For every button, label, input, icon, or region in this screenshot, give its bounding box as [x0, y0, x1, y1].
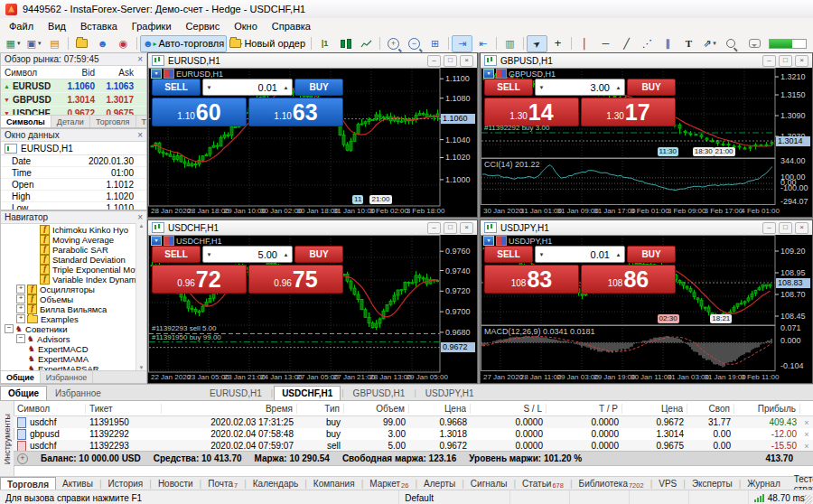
navigator-toggle[interactable]: ☻ — [92, 35, 113, 52]
volume-down-icon[interactable]: ▼ — [536, 85, 547, 90]
candles-chart[interactable] — [335, 35, 356, 52]
depth-of-market-icon[interactable] — [164, 236, 174, 246]
column-header-S / L[interactable]: S / L — [471, 404, 547, 414]
buy-price-button[interactable]: 1.1063 — [248, 98, 343, 126]
navigator-item-Examples[interactable]: +Examples — [1, 314, 136, 323]
toolbox-side-tab[interactable]: Инструменты — [0, 401, 14, 477]
bottom-tab-Статьи[interactable]: Статьи678 — [516, 477, 570, 490]
close-icon[interactable]: × — [137, 213, 143, 222]
volume-up-icon[interactable]: ▲ — [612, 252, 624, 257]
chart-canvas-usdchf[interactable]: ▾USDCHF,H1SELL▼5.00▲BUY0.96720.96750.976… — [148, 235, 477, 383]
close-button[interactable]: × — [460, 55, 473, 67]
navigator-item-Parabolic SAR[interactable]: fParabolic SAR — [1, 245, 136, 254]
mw-col-Ask[interactable]: Ask — [98, 68, 137, 78]
maximize-button[interactable]: □ — [779, 55, 792, 67]
menu-item-Вставка[interactable]: Вставка — [73, 20, 125, 33]
bottom-tab-Сигналы[interactable]: Сигналы — [464, 477, 514, 490]
chart-tab-GBPUSD,H1[interactable]: GBPUSD,H1 — [345, 386, 414, 401]
minimize-button[interactable]: – — [427, 55, 441, 67]
minimize-button[interactable]: – — [427, 222, 441, 234]
column-header-Цена[interactable]: Цена — [622, 404, 687, 414]
sell-button[interactable]: SELL — [152, 79, 201, 96]
chart-shift[interactable]: ⇤ — [472, 35, 493, 52]
line-chart[interactable] — [356, 35, 377, 52]
market-watch-toggle[interactable]: ▤ — [44, 35, 65, 52]
close-button[interactable]: × — [795, 55, 808, 67]
expand-icon[interactable]: + — [16, 294, 25, 303]
volume-box[interactable]: ▼0.01▲ — [535, 246, 625, 263]
navigator-tab-Избранное[interactable]: Избранное — [41, 371, 94, 383]
sell-button[interactable]: SELL — [484, 79, 533, 96]
menu-item-Окно[interactable]: Окно — [227, 20, 265, 33]
navigator-item-ExpertMAMA[interactable]: ♞ExpertMAMA — [1, 354, 136, 363]
navigator-tab-Общие[interactable]: Общие — [1, 371, 41, 383]
navigator-item-Билла Вильямса[interactable]: +fБилла Вильямса — [1, 304, 136, 313]
bottom-tab-VPS[interactable]: VPS — [652, 477, 683, 490]
expand-icon[interactable]: + — [16, 304, 25, 313]
zoom-out[interactable]: − — [404, 35, 425, 52]
chart-tab-EURUSD,H1[interactable]: EURUSD,H1 — [201, 386, 270, 401]
bottom-tab-Новости[interactable]: Новости — [152, 477, 200, 490]
menu-item-Графики[interactable]: Графики — [125, 20, 179, 33]
column-header-Время[interactable]: Время — [162, 404, 297, 414]
navigator-scrollbar[interactable]: ▲▼ — [136, 223, 146, 370]
depth-of-market-icon[interactable] — [164, 69, 174, 79]
chart-canvas-gbpusd[interactable]: ▾GBPUSD,H1SELL▼3.00▲BUY1.30141.30171.321… — [481, 68, 812, 217]
bottom-tab-История[interactable]: История — [101, 477, 149, 490]
bars-chart[interactable]: |1 — [314, 35, 335, 52]
one-click-toggle-icon[interactable]: ▾ — [483, 236, 494, 246]
volume-up-icon[interactable]: ▲ — [280, 85, 292, 90]
chart-window-titlebar[interactable]: GBPUSD,H1–□× — [481, 53, 812, 69]
collapse-icon[interactable]: − — [5, 324, 14, 333]
depth-of-market-icon[interactable] — [496, 69, 507, 79]
menu-item-Вид[interactable]: Вид — [41, 20, 73, 33]
expand-summary-icon[interactable]: + — [17, 453, 28, 464]
chart-tab-USDJPY,H1[interactable]: USDJPY,H1 — [417, 386, 482, 401]
close-button[interactable]: × — [795, 222, 808, 234]
column-header-T / P[interactable]: T / P — [547, 404, 622, 414]
column-header-Символ[interactable]: Символ — [14, 404, 86, 414]
market-watch-tab-Тик[interactable]: Тик — [136, 116, 147, 127]
channel-tool[interactable]: ∥ — [658, 35, 678, 52]
indicators-list[interactable]: ▥ — [500, 35, 520, 52]
fibo-tool[interactable]: ⋰ — [637, 35, 658, 52]
market-watch-row-GBPUSD[interactable]: ▼GBPUSD1.30141.3017 — [1, 93, 146, 107]
navigator-bottom-tab-Общие[interactable]: Общие — [0, 386, 47, 401]
maximize-button[interactable]: □ — [779, 222, 792, 234]
close-icon[interactable]: × — [137, 131, 143, 140]
navigator-item-Standard Deviation[interactable]: fStandard Deviation — [1, 255, 136, 264]
volume-down-icon[interactable]: ▼ — [203, 252, 215, 257]
menu-item-Файл[interactable]: Файл — [2, 20, 41, 33]
sell-price-button[interactable]: 1.3014 — [484, 98, 579, 126]
expand-icon[interactable]: + — [16, 285, 25, 294]
navigator-item-Moving Average[interactable]: fMoving Average — [1, 235, 136, 244]
chart-window-titlebar[interactable]: USDCHF,H1–□× — [148, 220, 477, 236]
bottom-tab-Алерты[interactable]: Алерты — [417, 477, 462, 490]
mw-col-Символ[interactable]: Символ — [1, 68, 55, 78]
volume-box[interactable]: ▼3.00▲ — [535, 79, 625, 96]
menu-item-Справка[interactable]: Справка — [265, 20, 318, 33]
navigator-item-Ichimoku Kinko Hyo[interactable]: fIchimoku Kinko Hyo — [1, 225, 136, 234]
navigator-item-ExpertMAPSAR[interactable]: ♞ExpertMAPSAR — [1, 364, 136, 370]
buy-button[interactable]: BUY — [627, 79, 676, 96]
mw-col-Bid[interactable]: Bid — [55, 68, 98, 78]
navigator-item-Triple Exponential Movin[interactable]: fTriple Exponential Movin — [1, 265, 136, 274]
volume-up-icon[interactable]: ▲ — [280, 252, 292, 257]
one-click-toggle-icon[interactable]: ▾ — [151, 69, 162, 79]
auto-scroll[interactable]: ⇥ — [452, 35, 472, 52]
chat-button[interactable] — [744, 35, 765, 52]
navigator-item-Осцилляторы[interactable]: +fОсцилляторы — [1, 285, 136, 294]
navigator-item-Advisors[interactable]: −♞Advisors — [1, 334, 136, 343]
close-order-icon[interactable]: × — [800, 442, 813, 451]
bottom-tab-Почта[interactable]: Почта7 — [201, 477, 244, 490]
chart-tab-USDCHF,H1[interactable]: USDCHF,H1 — [274, 386, 341, 401]
tile-windows[interactable]: ⊞ — [425, 35, 445, 52]
chart-window-titlebar[interactable]: USDJPY,H1–□× — [481, 220, 812, 236]
navigator-item-Советники[interactable]: −♞Советники — [1, 324, 136, 333]
collapse-icon[interactable]: − — [16, 334, 25, 343]
sell-price-button[interactable]: 0.9672 — [152, 265, 247, 294]
new-order-button[interactable]: +Новый ордер — [227, 35, 308, 52]
sell-price-button[interactable]: 10883 — [484, 265, 579, 294]
column-header-Тикет[interactable]: Тикет — [86, 404, 162, 414]
sell-button[interactable]: SELL — [152, 246, 201, 263]
